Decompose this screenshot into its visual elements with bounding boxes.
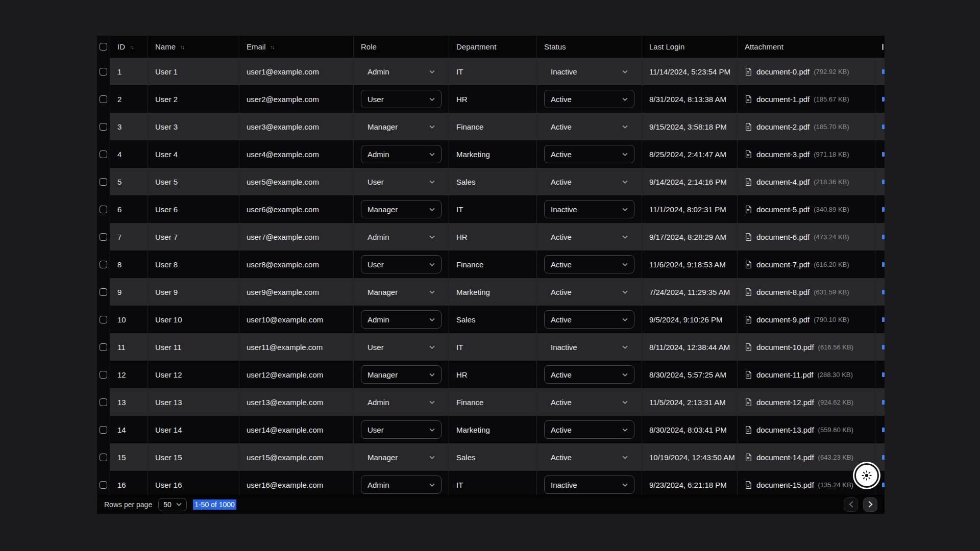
attachment-link[interactable]: document-3.pdf [756, 150, 810, 159]
previous-page-button[interactable] [844, 497, 858, 512]
cell-id: 11 [110, 333, 148, 361]
attachment-link[interactable]: document-5.pdf [756, 205, 810, 214]
clipped-action-link[interactable] [882, 69, 885, 74]
role-select[interactable]: User [361, 90, 442, 108]
row-checkbox[interactable] [100, 123, 107, 131]
row-checkbox[interactable] [100, 233, 107, 241]
role-select[interactable]: Manager [361, 448, 442, 466]
row-checkbox[interactable] [100, 151, 107, 158]
role-value: User [368, 343, 384, 352]
clipped-action-link[interactable] [882, 207, 885, 212]
role-select[interactable]: Admin [361, 393, 442, 411]
status-select[interactable]: Active [544, 228, 634, 246]
role-select[interactable]: Manager [361, 283, 442, 301]
row-checkbox[interactable] [100, 343, 107, 351]
role-select[interactable]: User [361, 420, 442, 439]
status-select[interactable]: Active [544, 310, 634, 329]
status-select[interactable]: Inactive [544, 200, 634, 218]
cell-attachment: document-14.pdf (643.23 KB) [738, 443, 875, 471]
role-select[interactable]: Admin [361, 145, 442, 163]
role-select[interactable]: User [361, 338, 442, 356]
status-select[interactable]: Inactive [544, 338, 634, 356]
row-checkbox[interactable] [100, 454, 107, 461]
attachment-link[interactable]: document-15.pdf [756, 481, 814, 489]
status-select[interactable]: Active [544, 145, 634, 163]
attachment-link[interactable]: document-12.pdf [756, 398, 814, 407]
cell-status: Active [537, 223, 642, 251]
role-select[interactable]: Admin [361, 475, 442, 494]
row-checkbox[interactable] [100, 178, 107, 186]
clipped-action-link[interactable] [882, 97, 885, 102]
role-select[interactable]: Admin [361, 62, 442, 81]
attachment-link[interactable]: document-4.pdf [756, 178, 810, 186]
status-select[interactable]: Inactive [544, 475, 634, 494]
row-checkbox[interactable] [100, 95, 107, 103]
clipped-action-link[interactable] [882, 428, 885, 432]
row-checkbox[interactable] [100, 426, 107, 434]
table-row: 13 User 13 user13@example.com Admin Fina… [97, 388, 885, 416]
clipped-action-link[interactable] [882, 483, 885, 487]
attachment-link[interactable]: document-10.pdf [756, 343, 814, 352]
clipped-action-link[interactable] [882, 180, 885, 184]
attachment-link[interactable]: document-2.pdf [756, 122, 810, 131]
status-select[interactable]: Active [544, 448, 634, 466]
clipped-action-link[interactable] [882, 345, 885, 349]
role-select[interactable]: Admin [361, 228, 442, 246]
status-select[interactable]: Inactive [544, 62, 634, 81]
cell-id: 9 [110, 278, 148, 306]
clipped-action-link[interactable] [882, 290, 885, 294]
attachment-link[interactable]: document-9.pdf [756, 315, 810, 324]
row-checkbox[interactable] [100, 316, 107, 323]
row-checkbox[interactable] [100, 206, 107, 213]
attachment-link[interactable]: document-8.pdf [756, 288, 810, 296]
clipped-action-link[interactable] [882, 455, 885, 460]
select-all-checkbox[interactable] [100, 43, 107, 51]
clipped-action-link[interactable] [882, 152, 885, 157]
status-select[interactable]: Active [544, 283, 634, 301]
role-select[interactable]: Admin [361, 310, 442, 329]
row-checkbox[interactable] [100, 371, 107, 379]
status-value: Active [551, 425, 572, 434]
row-checkbox[interactable] [100, 481, 107, 489]
column-header-id[interactable]: ID↑↓ [110, 36, 148, 58]
status-select[interactable]: Active [544, 393, 634, 411]
role-select[interactable]: Manager [361, 117, 442, 136]
attachment-link[interactable]: document-14.pdf [756, 453, 814, 462]
attachment-link[interactable]: document-6.pdf [756, 233, 810, 241]
row-checkbox[interactable] [100, 398, 107, 406]
clipped-action-link[interactable] [882, 317, 885, 322]
column-header-name[interactable]: Name↑↓ [148, 36, 239, 58]
column-header-email[interactable]: Email↑↓ [239, 36, 354, 58]
row-checkbox[interactable] [100, 68, 107, 76]
attachment-link[interactable]: document-1.pdf [756, 95, 810, 104]
role-select[interactable]: User [361, 255, 442, 273]
status-select[interactable]: Active [544, 420, 634, 439]
attachment-size: (616.20 KB) [814, 261, 849, 268]
attachment-link[interactable]: document-13.pdf [756, 425, 814, 434]
attachment-link[interactable]: document-11.pdf [756, 370, 813, 379]
row-checkbox[interactable] [100, 288, 107, 296]
cell-email: user7@example.com [239, 223, 354, 251]
row-select-cell [97, 443, 110, 471]
role-select[interactable]: Manager [361, 200, 442, 218]
theme-toggle-button[interactable] [854, 463, 879, 488]
attachment-link[interactable]: document-0.pdf [756, 67, 810, 76]
next-page-button[interactable] [863, 497, 877, 512]
cell-email: user10@example.com [239, 306, 354, 333]
clipped-action-link[interactable] [882, 235, 885, 239]
status-select[interactable]: Active [544, 365, 634, 384]
rows-per-page-select[interactable]: 50 [158, 498, 187, 511]
role-select[interactable]: User [361, 172, 442, 191]
clipped-action-link[interactable] [882, 262, 885, 267]
clipped-action-link[interactable] [882, 124, 885, 129]
clipped-action-link[interactable] [882, 400, 885, 405]
status-select[interactable]: Active [544, 117, 634, 136]
status-select[interactable]: Active [544, 172, 634, 191]
attachment-link[interactable]: document-7.pdf [756, 260, 810, 269]
row-checkbox[interactable] [100, 261, 107, 268]
status-select[interactable]: Active [544, 90, 634, 108]
clipped-action-link[interactable] [882, 372, 885, 377]
department-value: IT [456, 67, 463, 76]
role-select[interactable]: Manager [361, 365, 442, 384]
status-select[interactable]: Active [544, 255, 634, 273]
